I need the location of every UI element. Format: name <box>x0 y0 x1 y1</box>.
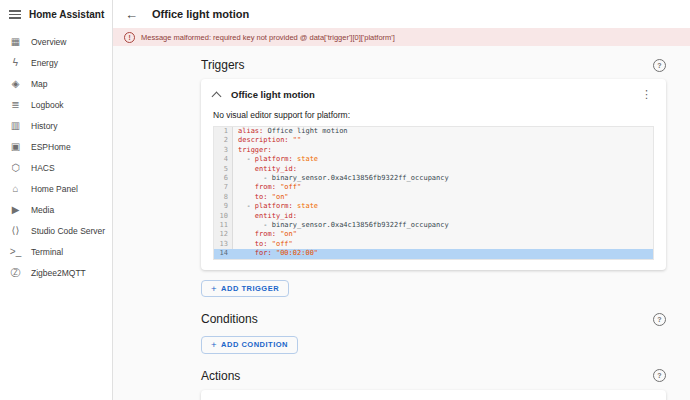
line-number: 10 <box>214 212 233 221</box>
no-visual-editor-note: No visual editor support for platform: <box>213 110 654 120</box>
code-line-3[interactable]: 3trigger: <box>214 146 653 155</box>
sidebar-item-studio-code-server[interactable]: ⟨⟩ Studio Code Server <box>0 220 112 241</box>
line-content: from: "off" <box>233 183 653 192</box>
line-content: to: "off" <box>233 240 653 249</box>
line-content: alias: Office light motion <box>233 127 653 136</box>
line-content: - binary_sensor.0xa4c13856fb9322ff_occup… <box>233 174 653 183</box>
sidebar-item-history[interactable]: ▥ History <box>0 115 112 136</box>
line-number: 8 <box>214 193 233 202</box>
app-window: Home Assistant ▦ Overview ϟ Energy ◈ Map… <box>0 0 690 400</box>
line-number: 2 <box>214 136 233 145</box>
line-content: trigger: <box>233 146 653 155</box>
history-chart-icon: ▥ <box>9 120 22 131</box>
terminal-icon: >_ <box>9 246 22 257</box>
code-line-2[interactable]: 2description: "" <box>214 136 653 145</box>
sidebar-item-energy[interactable]: ϟ Energy <box>0 52 112 73</box>
line-number: 14 <box>214 249 233 258</box>
line-number: 4 <box>214 155 233 164</box>
sidebar-item-hacs[interactable]: ⬡ HACS <box>0 157 112 178</box>
actions-section: Actions ? C <box>201 369 666 400</box>
alert-icon: ! <box>124 32 135 43</box>
line-number: 3 <box>214 146 233 155</box>
code-line-12[interactable]: 12 from: "on" <box>214 230 653 239</box>
sidebar-item-label: Map <box>31 79 48 89</box>
help-icon[interactable]: ? <box>653 369 666 382</box>
add-condition-label: ADD CONDITION <box>221 340 288 349</box>
triggers-heading-row: Triggers ? <box>201 58 666 72</box>
page-title: Office light motion <box>152 8 249 20</box>
sidebar-item-label: Logbook <box>31 100 64 110</box>
sidebar-item-esphome[interactable]: ▣ ESPHome <box>0 136 112 157</box>
chip-icon: ▣ <box>9 141 22 152</box>
sidebar-item-logbook[interactable]: ≣ Logbook <box>0 94 112 115</box>
trigger-card-title: Office light motion <box>231 89 315 100</box>
conditions-heading: Conditions <box>201 312 258 326</box>
plus-icon: + <box>211 284 217 294</box>
trigger-card-header: Office light motion ⋮ <box>213 87 654 102</box>
sidebar-item-terminal[interactable]: >_ Terminal <box>0 241 112 262</box>
sidebar-item-media[interactable]: ▶ Media <box>0 199 112 220</box>
menu-icon[interactable] <box>9 10 21 19</box>
sidebar-item-overview[interactable]: ▦ Overview <box>0 31 112 52</box>
code-line-7[interactable]: 7 from: "off" <box>214 183 653 192</box>
code-line-11[interactable]: 11 - binary_sensor.0xa4c13856fb9322ff_oc… <box>214 221 653 230</box>
logbook-list-icon: ≣ <box>9 99 22 110</box>
sidebar-item-label: HACS <box>31 163 55 173</box>
code-line-10[interactable]: 10 entity_id: <box>214 212 653 221</box>
line-content: from: "on" <box>233 230 653 239</box>
sidebar-header: Home Assistant <box>0 0 112 28</box>
kebab-menu-icon[interactable]: ⋮ <box>639 89 654 100</box>
sidebar-item-home-panel[interactable]: ⌂ Home Panel <box>0 178 112 199</box>
line-number: 6 <box>214 174 233 183</box>
back-icon[interactable]: ← <box>125 8 138 21</box>
help-icon[interactable]: ? <box>653 313 666 326</box>
sidebar-item-map[interactable]: ◈ Map <box>0 73 112 94</box>
code-line-9[interactable]: 9 - platform: state <box>214 202 653 211</box>
sidebar-item-label: Zigbee2MQTT <box>31 268 86 278</box>
line-number: 7 <box>214 183 233 192</box>
error-banner-text: Message malformed: required key not prov… <box>141 33 395 42</box>
sidebar-item-label: Media <box>31 205 54 215</box>
error-banner: ! Message malformed: required key not pr… <box>113 28 690 46</box>
hacs-icon: ⬡ <box>9 162 22 173</box>
topbar: ← Office light motion <box>113 0 690 28</box>
line-content: description: "" <box>233 136 653 145</box>
zigbee-icon: Ⓩ <box>9 266 22 280</box>
sidebar-item-label: Studio Code Server <box>31 226 105 236</box>
line-content: - binary_sensor.0xa4c13856fb9322ff_occup… <box>233 221 653 230</box>
chevron-up-icon[interactable] <box>212 91 222 101</box>
sidebar-item-label: Energy <box>31 58 58 68</box>
code-line-14[interactable]: 14 for: "00:02:00" <box>214 249 653 258</box>
line-content: entity_id: <box>233 212 653 221</box>
line-number: 12 <box>214 230 233 239</box>
code-line-8[interactable]: 8 to: "on" <box>214 193 653 202</box>
line-number: 9 <box>214 202 233 211</box>
line-content: - platform: state <box>233 155 653 164</box>
triggers-heading: Triggers <box>201 58 245 72</box>
play-icon: ▶ <box>9 204 22 215</box>
code-line-5[interactable]: 5 entity_id: <box>214 165 653 174</box>
code-line-6[interactable]: 6 - binary_sensor.0xa4c13856fb9322ff_occ… <box>214 174 653 183</box>
content: Triggers ? Office light motion ⋮ No visu… <box>113 46 690 400</box>
lightning-bolt-icon: ϟ <box>9 57 22 68</box>
main-area: ← Office light motion ! Message malforme… <box>113 0 690 400</box>
line-content: entity_id: <box>233 165 653 174</box>
code-line-13[interactable]: 13 to: "off" <box>214 240 653 249</box>
sidebar-item-label: History <box>31 121 57 131</box>
line-number: 13 <box>214 240 233 249</box>
sidebar-item-label: Home Panel <box>31 184 78 194</box>
line-number: 5 <box>214 165 233 174</box>
map-icon: ◈ <box>9 78 22 89</box>
add-condition-button[interactable]: + ADD CONDITION <box>201 336 298 354</box>
sidebar-item-label: Overview <box>31 37 66 47</box>
sidebar-item-label: Terminal <box>31 247 63 257</box>
conditions-heading-row: Conditions ? <box>201 312 666 326</box>
app-title: Home Assistant <box>29 9 104 20</box>
add-trigger-button[interactable]: + ADD TRIGGER <box>201 280 289 298</box>
yaml-editor[interactable]: 1alias: Office light motion2description:… <box>213 126 654 260</box>
code-line-4[interactable]: 4 - platform: state <box>214 155 653 164</box>
sidebar-item-zigbee2mqtt[interactable]: Ⓩ Zigbee2MQTT <box>0 262 112 283</box>
code-line-1[interactable]: 1alias: Office light motion <box>214 127 653 136</box>
actions-heading-row: Actions ? <box>201 369 666 383</box>
help-icon[interactable]: ? <box>653 59 666 72</box>
